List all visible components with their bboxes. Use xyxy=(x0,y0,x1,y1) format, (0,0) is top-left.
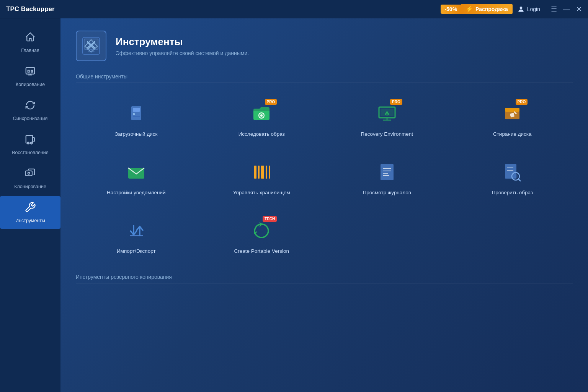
svg-point-18 xyxy=(260,114,263,117)
erase-icon xyxy=(502,103,523,124)
tool-bootdisk[interactable]: Загрузочный диск xyxy=(76,91,197,145)
sidebar-item-tools[interactable]: Инструменты xyxy=(0,196,60,229)
sale-banner[interactable]: -50% ⚡ Распродажа xyxy=(441,4,512,14)
sidebar-item-clone[interactable]: Клонирование xyxy=(0,162,60,195)
portable-label: Create Portable Version xyxy=(234,248,289,254)
check-image-icon xyxy=(502,162,523,182)
tool-check[interactable]: Проверить образ xyxy=(452,149,573,203)
menu-icon[interactable]: ☰ xyxy=(551,6,557,13)
window-controls: ☰ — ✕ xyxy=(551,6,582,13)
explore-badge: PRO xyxy=(265,99,277,105)
erase-label: Стирание диска xyxy=(493,131,532,137)
tool-logs[interactable]: Просмотр журналов xyxy=(327,149,448,203)
user-icon xyxy=(517,5,525,13)
sale-label: ⚡ Распродажа xyxy=(461,4,513,14)
notifications-icon xyxy=(126,162,147,182)
portable-icon-wrap: TECH xyxy=(249,218,274,243)
logs-label: Просмотр журналов xyxy=(363,190,411,195)
sync-icon xyxy=(24,99,36,113)
tool-notifications[interactable]: Настройки уведомлений xyxy=(76,149,197,203)
check-icon-wrap xyxy=(500,160,524,184)
tool-importexport[interactable]: Импорт/Экспорт xyxy=(76,208,197,262)
svg-rect-14 xyxy=(133,108,140,112)
page-title: Инструменты xyxy=(116,36,249,48)
sidebar-label-clone: Клонирование xyxy=(14,184,46,189)
storage-icon xyxy=(251,162,272,182)
backup-icon xyxy=(24,65,36,79)
svg-point-42 xyxy=(513,174,518,179)
tool-portable[interactable]: TECH Create Portable Version xyxy=(201,208,322,262)
section-backup: Инструменты резервного копирования xyxy=(76,274,573,283)
sidebar-label-backup: Копирование xyxy=(16,82,45,87)
svg-rect-25 xyxy=(505,108,519,112)
notifications-label: Настройки уведомлений xyxy=(107,190,166,195)
svg-point-0 xyxy=(519,7,522,9)
page-header-text: Инструменты Эффективно управляйте своей … xyxy=(116,36,249,56)
lightning-icon: ⚡ xyxy=(466,5,473,13)
sidebar-item-sync[interactable]: Синхронизация xyxy=(0,94,60,127)
storage-label: Управлять хранилищем xyxy=(233,190,290,195)
content-area: Инструменты Эффективно управляйте своей … xyxy=(60,18,588,392)
clone-icon xyxy=(24,168,36,181)
sidebar-label-sync: Синхронизация xyxy=(13,116,48,121)
storage-icon-wrap xyxy=(249,160,274,184)
bootdisk-label: Загрузочный диск xyxy=(115,131,158,137)
tools-grid-general: Загрузочный диск PRO Исследовать образ xyxy=(76,91,573,262)
svg-point-6 xyxy=(28,172,30,174)
tool-erase[interactable]: PRO Стирание диска xyxy=(452,91,573,145)
svg-rect-5 xyxy=(26,171,33,176)
svg-rect-32 xyxy=(269,166,270,179)
erase-icon-wrap: PRO xyxy=(500,101,524,126)
portable-icon xyxy=(251,220,272,241)
importexport-label: Импорт/Экспорт xyxy=(117,248,156,254)
logs-icon xyxy=(377,162,397,182)
home-icon xyxy=(24,31,36,45)
page-header: Инструменты Эффективно управляйте своей … xyxy=(76,31,573,61)
app-title: TPC Backupper xyxy=(6,5,441,13)
bootdisk-icon xyxy=(126,103,147,124)
check-label: Проверить образ xyxy=(492,190,533,195)
tools-icon xyxy=(24,202,36,215)
page-subtitle: Эффективно управляйте своей системой и д… xyxy=(116,50,249,56)
svg-rect-15 xyxy=(133,113,135,115)
section-general: Общие инструменты xyxy=(76,73,573,83)
sidebar-item-restore[interactable]: Восстановление xyxy=(0,128,60,161)
main-layout: Главная Копирование Синхронизация xyxy=(0,18,588,392)
recovery-label: Recovery Environment xyxy=(361,131,413,137)
svg-line-43 xyxy=(518,179,520,181)
explore-icon xyxy=(251,103,272,124)
bootdisk-icon-wrap xyxy=(124,101,149,126)
login-button[interactable]: Login xyxy=(517,5,540,13)
explore-label: Исследовать образ xyxy=(238,131,285,137)
svg-rect-16 xyxy=(133,116,140,117)
explore-icon-wrap: PRO xyxy=(249,101,274,126)
sidebar-item-backup[interactable]: Копирование xyxy=(0,60,60,93)
sidebar-label-restore: Восстановление xyxy=(12,150,49,155)
tool-explore[interactable]: PRO Исследовать образ xyxy=(201,91,322,145)
sidebar-label-home: Главная xyxy=(21,48,39,53)
logs-icon-wrap xyxy=(375,160,399,184)
sidebar-label-tools: Инструменты xyxy=(15,218,45,223)
page-icon xyxy=(76,31,106,61)
sale-percent: -50% xyxy=(441,5,461,14)
notifications-icon-wrap xyxy=(124,160,149,184)
recovery-icon-wrap: PRO xyxy=(375,101,399,126)
recovery-badge: PRO xyxy=(390,99,402,105)
portable-badge: TECH xyxy=(263,216,277,222)
close-button[interactable]: ✕ xyxy=(576,6,582,13)
svg-rect-30 xyxy=(261,166,264,179)
svg-rect-31 xyxy=(266,166,267,179)
svg-rect-1 xyxy=(26,67,35,74)
restore-icon xyxy=(24,133,36,147)
tool-recovery[interactable]: PRO Recovery Environment xyxy=(327,91,448,145)
titlebar: TPC Backupper -50% ⚡ Распродажа Login ☰ … xyxy=(0,0,588,18)
svg-rect-33 xyxy=(381,164,394,180)
tool-storage[interactable]: Управлять хранилищем xyxy=(201,149,322,203)
sidebar-item-home[interactable]: Главная xyxy=(0,26,60,59)
svg-rect-28 xyxy=(254,166,256,179)
tools-page-icon xyxy=(81,36,101,56)
importexport-icon xyxy=(126,220,147,241)
erase-badge: PRO xyxy=(516,99,528,105)
svg-rect-29 xyxy=(258,166,260,179)
minimize-button[interactable]: — xyxy=(563,6,570,13)
